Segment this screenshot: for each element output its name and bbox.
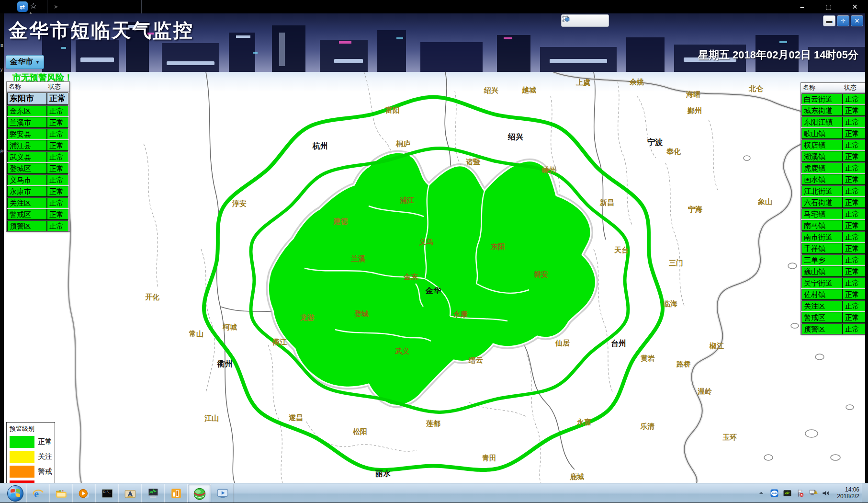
row-name: 警戒区: [801, 312, 843, 323]
table-row[interactable]: 马宅镇正常: [801, 208, 865, 219]
table-row[interactable]: 佐村镇正常: [801, 288, 865, 300]
background-left-strip: By的: [0, 13, 4, 483]
cmd-icon[interactable]: C:\_: [96, 484, 119, 503]
row-name: 南马镇: [801, 220, 843, 231]
remote-control-toolbar: [561, 14, 609, 27]
app-close-button[interactable]: ✕: [851, 15, 863, 26]
table-row[interactable]: 警戒区正常: [7, 208, 69, 220]
table-row[interactable]: 浦江县正常: [7, 139, 69, 151]
row-name: 千祥镇: [801, 243, 843, 254]
row-name: 预警区: [7, 220, 47, 231]
monitors-icon[interactable]: [597, 16, 607, 25]
row-status: 正常: [843, 93, 865, 104]
teamviewer-icon[interactable]: [769, 488, 779, 498]
map-label: 金东: [404, 273, 418, 282]
table-row[interactable]: 白云街道正常: [801, 93, 865, 104]
table-row[interactable]: 预警区正常: [7, 220, 69, 231]
table-row[interactable]: 千祥镇正常: [801, 242, 865, 254]
row-status: 正常: [843, 266, 865, 277]
row-name: 三单乡: [801, 254, 843, 265]
nvidia-icon[interactable]: [782, 488, 792, 498]
table-row[interactable]: 湖溪镇正常: [801, 150, 865, 162]
office-app-icon[interactable]: [165, 484, 188, 503]
column-header[interactable]: 名称: [801, 83, 842, 92]
row-name: 虎鹿镇: [801, 162, 843, 173]
table-row[interactable]: 歌山镇正常: [801, 127, 865, 139]
arrow-icon: ➤: [54, 3, 58, 10]
start-button[interactable]: [4, 484, 27, 503]
table-row[interactable]: 江北街道正常: [801, 185, 865, 196]
table-row[interactable]: 永康市正常: [7, 185, 69, 197]
table-row[interactable]: 兰溪市正常: [7, 116, 69, 128]
table-row[interactable]: 吴宁街道正常: [801, 277, 865, 288]
app-minimize-button[interactable]: ▬: [823, 15, 835, 26]
video-player-icon[interactable]: [211, 484, 234, 503]
map-label: 三门: [669, 259, 683, 268]
explorer-icon[interactable]: [50, 484, 73, 503]
row-status: 正常: [47, 186, 68, 197]
row-status: 正常: [843, 243, 865, 254]
taskbar-clock[interactable]: 14:06 2018/2/2: [837, 486, 859, 500]
table-row[interactable]: 警戒区正常: [801, 311, 865, 323]
table-row[interactable]: 巍山镇正常: [801, 265, 865, 277]
table-row[interactable]: 横店镇正常: [801, 139, 865, 150]
table-row[interactable]: 三单乡正常: [801, 254, 865, 265]
window-close-button[interactable]: ✕: [842, 3, 868, 11]
ie-icon[interactable]: e: [27, 484, 50, 503]
table-row[interactable]: 婺城区正常: [7, 162, 69, 174]
table-row[interactable]: 虎鹿镇正常: [801, 162, 865, 173]
row-name: 江北街道: [801, 185, 843, 196]
legend-swatch: [10, 466, 34, 478]
legend-item: 警戒: [10, 466, 55, 478]
clock-time: 14:06: [837, 486, 859, 493]
row-status: 正常: [843, 289, 865, 300]
row-name: 南市街道: [801, 231, 843, 242]
table-row[interactable]: 金东区正常: [7, 105, 69, 116]
table-row[interactable]: 武义县正常: [7, 151, 69, 162]
tray-expand-icon[interactable]: [756, 488, 766, 498]
table-row[interactable]: 关注区正常: [7, 197, 69, 208]
favorites-star-icon[interactable]: ☆: [30, 1, 37, 11]
window-controls: – ▢ ✕: [789, 0, 868, 13]
chevron-down-icon[interactable]: [586, 16, 596, 25]
table-row[interactable]: 磐安县正常: [7, 128, 69, 139]
svg-text:C:\_: C:\_: [103, 490, 111, 493]
column-header[interactable]: 状态: [46, 82, 68, 91]
network-warning-icon[interactable]: [808, 488, 818, 498]
row-name: 金东区: [7, 105, 47, 116]
teamviewer-toolbar-icon[interactable]: ⇄: [17, 1, 28, 12]
fit-screen-icon[interactable]: [575, 16, 584, 25]
table-row[interactable]: 城东街道正常: [801, 104, 865, 116]
action-center-icon[interactable]: [795, 488, 805, 498]
fonts-folder-icon[interactable]: [119, 484, 142, 503]
show-desktop-button[interactable]: [862, 483, 868, 503]
table-row[interactable]: 南马镇正常: [801, 219, 865, 231]
row-status: 正常: [843, 220, 865, 231]
volume-icon[interactable]: [821, 488, 831, 498]
row-name: 湖溪镇: [801, 151, 843, 162]
app-fullscreen-icon: ✣: [841, 18, 845, 24]
row-name: 兰溪市: [7, 117, 47, 128]
system-tray: 14:06 2018/2/2: [756, 483, 859, 503]
table-row[interactable]: 预警区正常: [801, 323, 865, 334]
system-monitor-icon[interactable]: [142, 484, 165, 503]
window-minimize-button[interactable]: –: [789, 3, 815, 11]
table-row[interactable]: 义乌市正常: [7, 174, 69, 185]
table-row[interactable]: 六石街道正常: [801, 196, 865, 208]
city-selector-dropdown[interactable]: 金华市 ▼: [6, 55, 44, 69]
table-row[interactable]: 东阳市正常: [7, 92, 69, 105]
media-player-icon[interactable]: [73, 484, 96, 503]
weather-app-icon[interactable]: [188, 484, 211, 503]
table-row[interactable]: 画水镇正常: [801, 173, 865, 185]
map-label: 越城: [522, 86, 536, 95]
column-header[interactable]: 名称: [7, 82, 46, 91]
app-minimize-icon: ▬: [826, 17, 833, 24]
row-name: 东阳市: [7, 92, 47, 105]
window-maximize-button[interactable]: ▢: [815, 3, 842, 11]
table-row[interactable]: 南市街道正常: [801, 231, 865, 242]
map-label: 鹿城: [570, 472, 584, 481]
table-row[interactable]: 东阳江镇正常: [801, 116, 865, 127]
table-row[interactable]: 关注区正常: [801, 300, 865, 311]
column-header[interactable]: 状态: [842, 83, 865, 92]
app-fullscreen-button[interactable]: ✣: [837, 15, 849, 26]
